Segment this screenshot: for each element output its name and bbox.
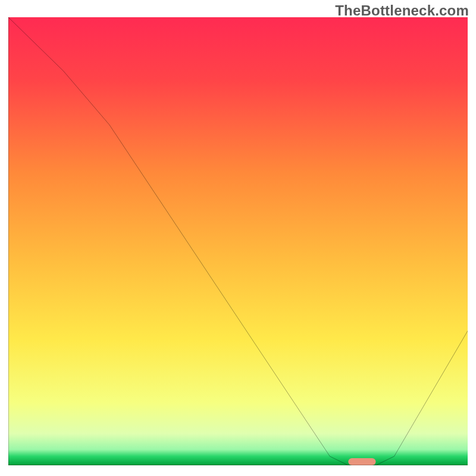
optimal-range-marker [348, 458, 375, 465]
bottleneck-chart [8, 17, 468, 465]
watermark-text: TheBottleneck.com [335, 2, 469, 19]
chart-plot-area [8, 17, 468, 465]
heat-background [8, 17, 468, 465]
